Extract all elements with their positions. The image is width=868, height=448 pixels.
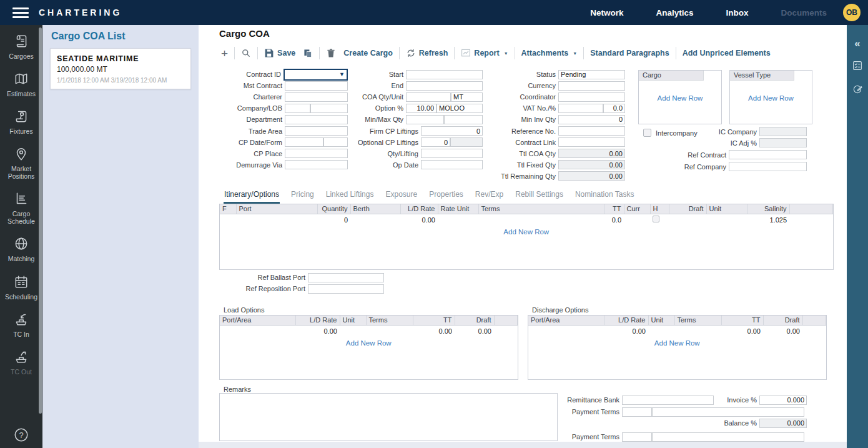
report-button[interactable]: Report ▼ [457,48,511,58]
coa-unit-field[interactable]: MT [451,92,483,102]
column-header[interactable]: Quantity [317,204,350,214]
tab-linked-liftings[interactable]: Linked Liftings [325,188,375,204]
standard-paragraphs-button[interactable]: Standard Paragraphs [586,49,673,57]
column-header[interactable]: Terms [366,316,413,325]
attachments-button[interactable]: Attachments ▼ [518,49,581,57]
sign-edit-panel-button[interactable] [847,84,868,95]
coa-qty-field[interactable] [406,92,451,102]
cp-date-field[interactable] [285,137,323,147]
contract-link-field[interactable] [558,137,625,147]
currency-field[interactable] [558,81,625,91]
column-header[interactable]: Draft [455,316,494,325]
invoice-pct-field[interactable]: 0.000 [759,396,807,405]
ref-company-field[interactable] [729,162,807,171]
column-header[interactable]: Port/Area [220,316,295,325]
option-type-field[interactable]: MOLOO [436,104,483,113]
discharge-options-add-new-row-link[interactable]: Add New Row [531,339,824,347]
vessel-type-add-new-row-link[interactable]: Add New Row [730,94,812,102]
column-header[interactable]: Rate Unit [438,204,478,214]
load-options-add-new-row-link[interactable]: Add New Row [222,339,515,347]
itinerary-add-new-row-link[interactable]: Add New Row [222,228,831,236]
payment-terms-desc-field[interactable] [652,407,804,417]
help-button[interactable]: ? [0,427,42,443]
sidebar-item-market-positions[interactable]: Market Positions [0,146,42,180]
sidebar-scrollbar[interactable] [39,27,42,414]
column-header[interactable]: F [220,204,236,214]
start-field[interactable] [406,70,483,79]
reference-no-field[interactable] [558,126,625,136]
lob-field[interactable] [310,104,348,113]
column-header[interactable]: Berth [350,204,400,214]
horizontal-scrollbar[interactable] [199,442,847,448]
create-cargo-button[interactable]: Create Cargo [340,49,397,57]
sidebar-item-scheduling[interactable]: Scheduling [0,274,42,301]
column-header[interactable]: Curr [624,204,650,214]
mst-contract-field[interactable] [285,81,348,91]
nav-documents[interactable]: Documents [781,8,827,17]
load-options-row[interactable]: 0.00 0.00 0.00 [220,325,518,337]
column-header[interactable]: Port [236,204,317,214]
payment-terms-desc-field-2[interactable] [652,432,804,442]
cp-form-field[interactable] [323,137,348,147]
column-header[interactable]: Unit [648,316,674,325]
op-date-field[interactable] [421,160,483,169]
nav-network[interactable]: Network [590,8,623,17]
column-header[interactable]: Port/Area [528,316,604,325]
column-header[interactable]: TT [413,316,455,325]
column-header[interactable]: TT [604,204,624,214]
column-header[interactable]: L/D Rate [400,204,438,214]
column-header[interactable]: Terms [674,316,721,325]
column-header[interactable]: Draft [669,204,706,214]
remittance-bank-field[interactable] [622,396,714,405]
remarks-textarea[interactable] [219,393,558,441]
sidebar-item-fixtures[interactable]: Fixtures [0,108,42,135]
itinerary-row[interactable]: 0 0.00 0.0 1.025 [220,214,833,226]
min-inv-qty-field[interactable]: 0 [558,115,625,124]
column-header[interactable]: Unit [706,204,747,214]
column-header[interactable]: Unit [340,316,366,325]
cp-place-field[interactable] [285,149,348,158]
hamburger-menu-icon[interactable] [12,7,29,18]
vat-no-field[interactable] [558,104,603,113]
nav-inbox[interactable]: Inbox [726,8,748,17]
checklist-panel-button[interactable] [847,60,868,71]
tab-pricing[interactable]: Pricing [290,188,315,204]
refresh-button[interactable]: Refresh [402,48,452,58]
coordinator-field[interactable] [558,92,625,102]
column-header[interactable]: Terms [478,204,604,214]
ref-reposition-port-field[interactable] [308,284,384,294]
coa-list-item[interactable]: SEATIDE MARITIME 100,000.00 MT 1/1/2018 … [50,48,191,89]
tab-properties[interactable]: Properties [428,188,464,204]
ref-ballast-port-field[interactable] [308,273,384,282]
search-button[interactable] [237,48,255,58]
column-header[interactable]: Salinity [747,204,789,214]
sidebar-item-tc-in[interactable]: TC In [0,311,42,338]
add-button[interactable]: + [217,47,232,59]
column-header[interactable]: H [650,204,669,214]
company-field[interactable] [285,104,310,113]
charterer-field[interactable] [285,92,348,102]
h-checkbox[interactable] [653,216,659,222]
demurrage-via-field[interactable] [285,160,348,169]
column-header[interactable]: L/D Rate [295,316,340,325]
column-header[interactable]: TT [721,316,763,325]
qty-lifting-field[interactable] [421,149,483,158]
copy-button[interactable] [299,48,317,58]
max-qty-field[interactable] [444,115,483,124]
add-unpriced-elements-button[interactable]: Add Unpriced Elements [679,49,774,57]
nav-analytics[interactable]: Analytics [656,8,693,17]
min-qty-field[interactable] [406,115,444,124]
tab-exposure[interactable]: Exposure [385,188,418,204]
department-field[interactable] [285,115,348,124]
sidebar-item-cargoes[interactable]: Cargoes [0,33,42,60]
delete-button[interactable] [322,48,340,58]
optional-cp-liftings-field[interactable]: 0 [421,137,450,147]
firm-cp-liftings-field[interactable]: 0 [421,126,483,136]
intercompany-checkbox[interactable] [643,129,651,137]
end-field[interactable] [406,81,483,91]
tab-rebill-settings[interactable]: Rebill Settings [515,188,564,204]
save-button[interactable]: Save [260,48,299,58]
trade-area-field[interactable] [285,126,348,136]
contract-id-select[interactable]: ▼ [284,69,348,81]
sidebar-item-cargo-schedule[interactable]: Cargo Schedule [0,191,42,225]
